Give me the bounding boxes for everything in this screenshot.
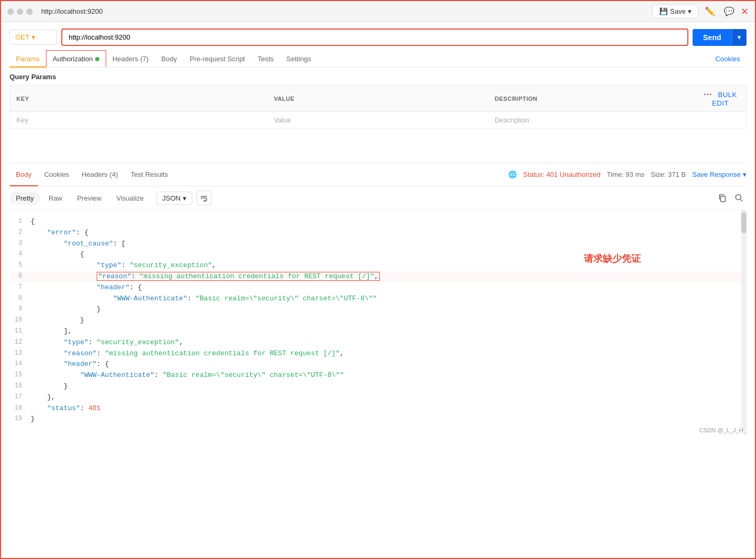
json-format-select[interactable]: JSON ▾	[156, 192, 192, 205]
actions-cell	[695, 112, 746, 129]
col-header-key: KEY	[10, 86, 268, 112]
code-line-8: 8 "WWW-Authenticate": "Basic realm=\"sec…	[10, 293, 746, 305]
code-view: 请求缺少凭证 1 { 2 "error": { 3 "root_cause": …	[10, 210, 746, 431]
copy-icon-button[interactable]	[715, 191, 730, 205]
code-line-1: 1 {	[10, 216, 746, 228]
code-line-18: 18 "status": 401	[10, 403, 746, 414]
cookies-link[interactable]: Cookies	[709, 51, 746, 67]
code-line-2: 2 "error": {	[10, 228, 746, 239]
time-info: Time: 93 ms	[607, 170, 645, 178]
title-url: http://localhost:9200	[41, 7, 652, 15]
response-area: Body Cookies Headers (4) Test Results 🌐 …	[10, 163, 746, 431]
request-tabs-bar: Params Authorization Headers (7) Body Pr…	[10, 50, 746, 68]
main-content: GET ▾ Send ▾ Params Authorization Header…	[1, 22, 755, 438]
edit-icon-button[interactable]: ✏️	[703, 4, 717, 19]
search-icon-button[interactable]	[732, 191, 746, 205]
format-preview[interactable]: Preview	[71, 192, 108, 205]
description-cell[interactable]: Description	[489, 112, 695, 129]
url-input-wrapper	[61, 29, 688, 46]
more-options-icon[interactable]: ···	[704, 90, 712, 99]
save-icon: 💾	[659, 7, 668, 15]
code-line-15: 15 "WWW-Authenticate": "Basic realm=\"se…	[10, 370, 746, 381]
resp-tab-body[interactable]: Body	[10, 167, 38, 182]
tab-headers[interactable]: Headers (7)	[106, 51, 155, 67]
code-line-6: 6 "reason": "missing authentication cred…	[10, 271, 746, 282]
json-dropdown-icon: ▾	[183, 194, 186, 202]
send-dropdown-button[interactable]: ▾	[732, 29, 746, 45]
scrollbar-thumb[interactable]	[741, 212, 746, 233]
url-input[interactable]	[62, 30, 687, 45]
window-dot-1	[7, 8, 14, 15]
save-button[interactable]: 💾 Save ▾	[652, 4, 698, 18]
globe-icon: 🌐	[508, 170, 517, 178]
code-line-3: 3 "root_cause": [	[10, 239, 746, 250]
window-controls	[7, 8, 33, 15]
table-row: Key Value Description	[10, 112, 746, 129]
wrap-icon-button[interactable]	[197, 191, 211, 205]
format-raw[interactable]: Raw	[42, 192, 69, 205]
scrollbar-track[interactable]	[741, 210, 746, 431]
resp-tab-headers[interactable]: Headers (4)	[76, 167, 125, 182]
method-dropdown-icon: ▾	[32, 33, 35, 41]
resp-tab-test-results[interactable]: Test Results	[124, 167, 174, 182]
value-cell[interactable]: Value	[267, 112, 488, 129]
code-line-14: 14 "header": {	[10, 359, 746, 370]
watermark: CSDN @_L_J_H_	[699, 427, 746, 433]
bulk-edit-button[interactable]: Bulk Edit	[712, 91, 737, 107]
col-header-value: VALUE	[267, 86, 488, 112]
format-bar: Pretty Raw Preview Visualize JSON ▾	[10, 186, 746, 210]
method-label: GET	[15, 33, 30, 41]
params-table: KEY VALUE DESCRIPTION ··· Bulk Edit Key	[10, 85, 746, 129]
size-info: Size: 371 B	[651, 170, 686, 178]
close-icon-button[interactable]: ✕	[741, 6, 749, 17]
send-button-group: Send ▾	[693, 29, 746, 46]
status-badge: Status: 401 Unauthorized	[523, 170, 601, 178]
code-line-7: 7 "header": {	[10, 282, 746, 293]
tab-body[interactable]: Body	[155, 51, 183, 67]
col-header-description: DESCRIPTION	[489, 86, 695, 112]
code-line-10: 10 }	[10, 315, 746, 326]
code-line-17: 17 },	[10, 392, 746, 403]
window-dot-2	[17, 8, 23, 15]
method-select[interactable]: GET ▾	[10, 30, 57, 45]
key-cell[interactable]: Key	[10, 112, 268, 129]
title-bar: http://localhost:9200 💾 Save ▾ ✏️ 💬 ✕	[1, 1, 755, 22]
code-line-4: 4 {	[10, 249, 746, 260]
code-line-5: 5 "type": "security_exception",	[10, 260, 746, 271]
col-header-actions: ··· Bulk Edit	[695, 86, 746, 112]
svg-line-2	[741, 200, 743, 202]
window-dot-3	[26, 8, 33, 15]
code-line-11: 11 ],	[10, 326, 746, 337]
save-dropdown-icon: ▾	[688, 7, 692, 15]
format-pretty[interactable]: Pretty	[10, 192, 40, 205]
title-actions: 💾 Save ▾ ✏️ 💬 ✕	[652, 4, 749, 19]
sidebar-indicator: s,	[0, 159, 5, 168]
svg-point-1	[736, 195, 741, 200]
response-tabs-bar: Body Cookies Headers (4) Test Results 🌐 …	[10, 163, 746, 186]
query-params-title: Query Params	[10, 68, 746, 85]
comment-icon-button[interactable]: 💬	[722, 4, 736, 19]
spacer	[10, 129, 746, 150]
tab-prerequest[interactable]: Pre-request Script	[183, 51, 251, 67]
code-line-12: 12 "type": "security_exception",	[10, 337, 746, 348]
code-line-19: 19 }	[10, 414, 746, 425]
save-response-dropdown-icon: ▾	[743, 170, 746, 178]
response-meta: 🌐 Status: 401 Unauthorized Time: 93 ms S…	[508, 170, 746, 178]
code-line-16: 16 }	[10, 381, 746, 392]
svg-rect-0	[721, 196, 725, 202]
send-button[interactable]: Send	[693, 29, 732, 46]
code-line-9: 9 }	[10, 304, 746, 315]
save-response-button[interactable]: Save Response ▾	[692, 170, 746, 178]
save-label: Save	[670, 7, 686, 15]
format-visualize[interactable]: Visualize	[110, 192, 150, 205]
tab-tests[interactable]: Tests	[251, 51, 280, 67]
tab-params[interactable]: Params	[10, 51, 46, 67]
tab-authorization[interactable]: Authorization	[46, 50, 106, 67]
auth-active-dot	[95, 57, 99, 61]
resp-tab-cookies[interactable]: Cookies	[38, 167, 76, 182]
tab-settings[interactable]: Settings	[280, 51, 318, 67]
code-line-13: 13 "reason": "missing authentication cre…	[10, 348, 746, 359]
url-bar: GET ▾ Send ▾	[10, 29, 746, 46]
